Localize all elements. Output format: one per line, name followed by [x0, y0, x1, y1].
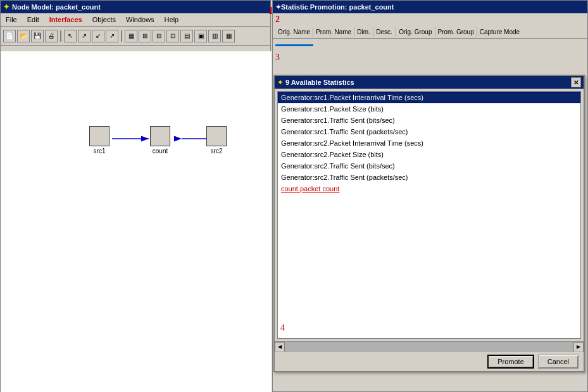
toolbar-arrow3[interactable]: ↗ [106, 30, 118, 42]
connection-arrows [1, 51, 272, 392]
node-src2-box [206, 126, 227, 146]
node-src1-box [89, 126, 109, 146]
blue-selection-bar [275, 44, 313, 46]
dialog-star-icon: ✦ [277, 79, 283, 87]
stat-promo-title: Statistic Promotion: packet_count [281, 3, 394, 11]
menu-help[interactable]: Help [160, 15, 184, 25]
node-model-title: Node Model: packet_count [12, 3, 101, 11]
stat-item-0[interactable]: Generator:src1.Packet Interarrival Time … [278, 92, 580, 103]
stat-star-icon: ✦ [275, 3, 281, 11]
menu-windows[interactable]: Windows [121, 15, 160, 25]
menubar: File Edit Interfaces Objects Windows Hel… [1, 13, 270, 27]
col-capture-mode: Capture Mode [477, 27, 522, 37]
toolbar-btn12[interactable]: ▦ [222, 30, 235, 42]
stat-item-3[interactable]: Generator:src1.Traffic Sent (packets/sec… [278, 126, 580, 137]
toolbar-arrow2[interactable]: ↙ [92, 30, 104, 42]
toolbar-btn8[interactable]: ⊡ [166, 30, 179, 42]
annotation-3-row: 3 [273, 51, 587, 64]
col-prom-name: Prom. Name [313, 27, 354, 37]
menu-interfaces[interactable]: Interfaces [44, 15, 87, 25]
stat-item-8[interactable]: count.packet count [278, 183, 580, 194]
annotation-4: 4 [280, 323, 285, 332]
node-src2[interactable]: src2 [206, 126, 227, 155]
stat-promo-titlebar: ✦ Statistic Promotion: packet_count [273, 1, 587, 13]
toolbar-btn11[interactable]: ▥ [208, 30, 221, 42]
menu-edit[interactable]: Edit [22, 15, 44, 25]
scroll-left-btn[interactable]: ◀ [275, 342, 285, 352]
h-scrollbar[interactable]: ◀ ▶ [275, 341, 584, 351]
selected-row-indicator [273, 39, 587, 51]
annotation-4-container: 4 [280, 323, 285, 333]
stat-item-4[interactable]: Generator:src2.Packet Interarrival Time … [278, 137, 580, 149]
h-scrollbar-track[interactable] [285, 342, 573, 351]
toolbar-save[interactable]: 💾 [31, 30, 44, 42]
toolbar-open[interactable]: 📂 [17, 30, 30, 42]
node-count[interactable]: count [150, 126, 170, 155]
toolbar-btn5[interactable]: ▦ [125, 30, 137, 42]
toolbar-btn10[interactable]: ▣ [194, 30, 207, 42]
node-src1-label: src1 [94, 148, 106, 155]
promote-button[interactable]: Promote [487, 355, 534, 369]
dialog-footer: Promote Cancel [275, 351, 584, 371]
col-orig-name: Orig. Name [275, 27, 313, 37]
stat-item-7[interactable]: Generator:src2.Traffic Sent (packets/sec… [278, 172, 580, 183]
stats-list: Generator:src1.Packet Interarrival Time … [278, 92, 580, 194]
scroll-right-btn[interactable]: ▶ [573, 342, 584, 352]
annotation-3: 3 [275, 53, 280, 62]
toolbar-new[interactable]: 📄 [3, 30, 16, 42]
toolbar: 📄 📂 💾 🖨 ↖ ↗ ↙ ↗ ▦ ⊞ ⊟ ⊡ ▤ ▣ ▥ ▦ [1, 27, 270, 46]
node-src1[interactable]: src1 [89, 126, 109, 155]
col-prom-group: Prom. Group [435, 27, 477, 37]
menu-objects[interactable]: Objects [87, 15, 121, 25]
toolbar-arrow1[interactable]: ↗ [78, 30, 91, 42]
star-icon: ✦ [3, 3, 9, 11]
node-model-window: ✦ Node Model: packet_count File Edit Int… [0, 0, 271, 392]
stats-list-container[interactable]: Generator:src1.Packet Interarrival Time … [277, 91, 581, 339]
col-desc: Desc. [373, 27, 396, 37]
menu-file[interactable]: File [1, 15, 22, 25]
avail-stats-dialog: ✦ 9 Available Statistics ✕ Generator:src… [273, 75, 585, 372]
toolbar-select[interactable]: ↖ [64, 30, 77, 42]
canvas-area: src1 count src2 [1, 51, 272, 392]
sep2 [121, 30, 122, 42]
toolbar-print[interactable]: 🖨 [45, 30, 58, 42]
dialog-title: 9 Available Statistics [285, 79, 354, 86]
stat-column-headers: Orig. Name Prom. Name Dim. Desc. Orig. G… [273, 26, 587, 39]
toolbar-btn9[interactable]: ▤ [180, 30, 193, 42]
stat-item-6[interactable]: Generator:src2.Traffic Sent (bits/sec) [278, 160, 580, 172]
annotation-2: 2 [275, 15, 280, 24]
stat-item-1[interactable]: Generator:src1.Packet Size (bits) [278, 103, 580, 115]
toolbar-btn6[interactable]: ⊞ [139, 30, 151, 42]
dialog-close-button[interactable]: ✕ [571, 77, 581, 87]
toolbar-btn7[interactable]: ⊟ [153, 30, 165, 42]
cancel-button[interactable]: Cancel [538, 355, 579, 369]
dialog-titlebar: ✦ 9 Available Statistics ✕ [275, 76, 584, 89]
node-count-box [150, 126, 170, 146]
stat-item-2[interactable]: Generator:src1.Traffic Sent (bits/sec) [278, 115, 580, 126]
node-model-titlebar: ✦ Node Model: packet_count [1, 1, 270, 13]
node-src2-label: src2 [211, 148, 223, 155]
col-dim: Dim. [354, 27, 373, 37]
col-orig-group: Orig. Group [396, 27, 435, 37]
stat-item-5[interactable]: Generator:src2.Packet Size (bits) [278, 149, 580, 160]
sep1 [60, 30, 61, 42]
node-count-label: count [153, 148, 168, 155]
annotation-2-row: 2 [273, 13, 587, 26]
